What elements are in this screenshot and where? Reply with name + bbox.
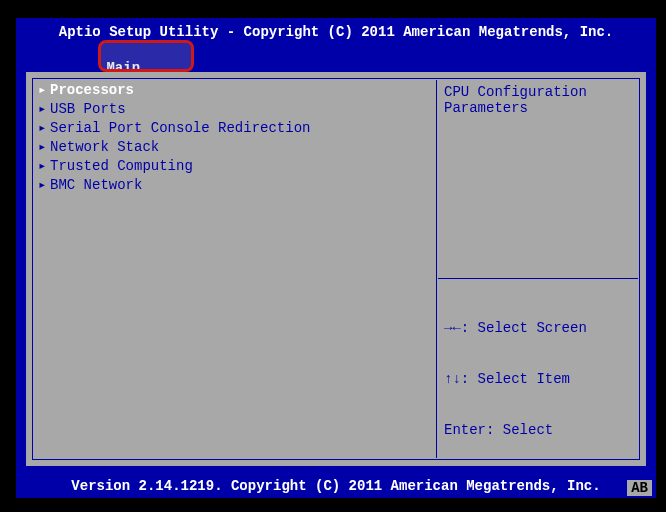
menu-item-network-stack[interactable]: ▸Network Stack — [34, 137, 436, 156]
footer-version: Version 2.14.1219. Copyright (C) 2011 Am… — [16, 478, 656, 494]
body-panel: ▸Processors ▸USB Ports ▸Serial Port Cons… — [26, 72, 646, 466]
hint-select-item: ↑↓: Select Item — [444, 371, 632, 388]
submenu-arrow-icon: ▸ — [38, 157, 50, 174]
submenu-arrow-icon: ▸ — [38, 100, 50, 117]
menu-item-label: Trusted Computing — [50, 158, 193, 174]
menu-item-label: USB Ports — [50, 101, 126, 117]
header: Aptio Setup Utility - Copyright (C) 2011… — [16, 18, 656, 70]
footer-badge: AB — [627, 480, 652, 496]
submenu-arrow-icon: ▸ — [38, 81, 50, 98]
menu-item-label: BMC Network — [50, 177, 142, 193]
menu-pane: ▸Processors ▸USB Ports ▸Serial Port Cons… — [34, 80, 437, 458]
menu-item-serial-redirection[interactable]: ▸Serial Port Console Redirection — [34, 118, 436, 137]
app-title: Aptio Setup Utility - Copyright (C) 2011… — [16, 18, 656, 40]
submenu-arrow-icon: ▸ — [38, 138, 50, 155]
menu-item-label: Processors — [50, 82, 134, 98]
menu-item-trusted-computing[interactable]: ▸Trusted Computing — [34, 156, 436, 175]
menu-item-processors[interactable]: ▸Processors — [34, 80, 436, 99]
submenu-arrow-icon: ▸ — [38, 176, 50, 193]
menu-item-label: Network Stack — [50, 139, 159, 155]
submenu-arrow-icon: ▸ — [38, 119, 50, 136]
menu-item-bmc-network[interactable]: ▸BMC Network — [34, 175, 436, 194]
help-description: CPU Configuration Parameters — [438, 80, 638, 120]
bios-screen: Aptio Setup Utility - Copyright (C) 2011… — [16, 18, 656, 498]
menu-item-usb-ports[interactable]: ▸USB Ports — [34, 99, 436, 118]
hint-enter-select: Enter: Select — [444, 422, 632, 439]
help-divider — [438, 278, 638, 279]
hint-select-screen: →←: Select Screen — [444, 320, 632, 337]
menu-item-label: Serial Port Console Redirection — [50, 120, 310, 136]
help-pane: CPU Configuration Parameters →←: Select … — [438, 80, 638, 458]
